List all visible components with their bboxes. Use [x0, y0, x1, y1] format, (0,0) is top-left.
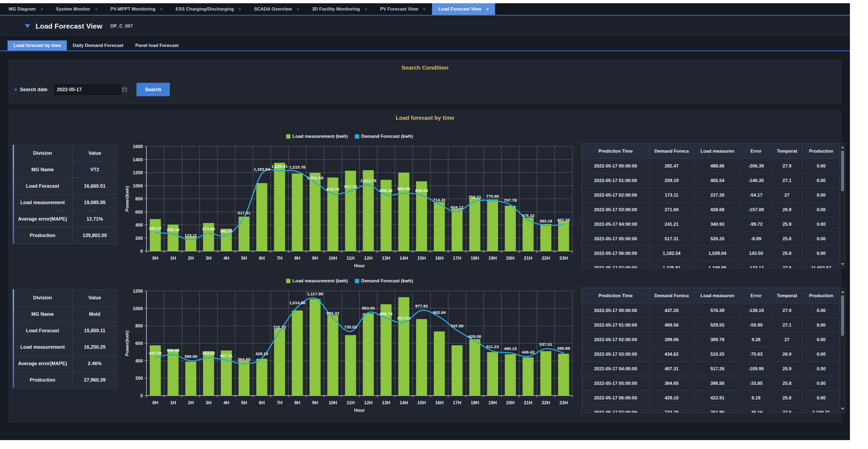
collapse-caret-icon[interactable]	[25, 24, 30, 28]
x-tick-label: 15H	[417, 400, 426, 405]
point-label: 407.02	[557, 218, 570, 222]
prediction-header-cell: Prediction Time	[582, 144, 649, 159]
table-cell: 227.28	[694, 188, 740, 203]
table-cell: 1,182.54	[649, 246, 694, 261]
point-label: 1,182.54	[254, 167, 270, 172]
legend-label: Load measurement (kwh)	[292, 278, 348, 284]
summary-header-cell: Division	[13, 145, 72, 161]
table-cell: 422.91	[694, 391, 740, 405]
table-cell: 27.1	[772, 173, 803, 188]
y-axis-title: Power(kwh)	[125, 330, 130, 356]
point-label: 469.56	[167, 348, 180, 353]
scroll-down-icon[interactable]	[841, 408, 844, 410]
vertical-scrollbar[interactable]	[840, 288, 845, 412]
search-button[interactable]: Search	[136, 83, 170, 96]
tab-close-icon[interactable]: ×	[40, 7, 43, 11]
table-cell: -206.39	[740, 159, 772, 173]
tab-3d-facility-monitoring[interactable]: 3D Facility Monitoring×	[306, 3, 373, 15]
bar	[345, 335, 356, 396]
tab-close-icon[interactable]: ×	[423, 7, 426, 11]
legend-swatch-icon	[355, 279, 359, 283]
tab-close-icon[interactable]: ×	[486, 7, 489, 11]
y-tick-label: 800	[135, 196, 143, 202]
bar	[274, 163, 285, 251]
prediction-table: Prediction TimeDemand ForecaLoad measure…	[582, 144, 840, 268]
search-date-value[interactable]	[57, 87, 122, 92]
scroll-thumb[interactable]	[841, 295, 844, 336]
table-cell: 27.1	[772, 318, 803, 332]
tab-close-icon[interactable]: ×	[297, 7, 299, 11]
x-tick-label: 17H	[453, 256, 461, 261]
x-tick-label: 8H	[294, 256, 300, 261]
bar	[558, 221, 569, 251]
tab-close-icon[interactable]: ×	[239, 7, 241, 11]
summary-header-row: DivisionValue	[13, 145, 117, 161]
vertical-scrollbar[interactable]	[840, 144, 845, 268]
tab-ess-charging-discharging[interactable]: ESS Charging/Discharging×	[169, 3, 248, 15]
page-header: Load Forecast View DP_C_007	[0, 16, 850, 37]
summary-cell: Load Foracast	[13, 178, 72, 194]
table-cell: -35.16	[740, 405, 772, 413]
x-axis-title: Hour	[354, 408, 365, 413]
tab-load-forecast-view[interactable]: Load Forecast View×	[432, 3, 495, 15]
tab-label: SCADA Overview	[254, 6, 292, 12]
tab-scada-overview[interactable]: SCADA Overview×	[248, 3, 306, 15]
scroll-up-icon[interactable]	[841, 146, 844, 148]
bar	[558, 354, 569, 396]
summary-row: Production27,960.39	[13, 372, 117, 388]
y-tick-label: 1000	[133, 183, 143, 188]
point-label: 399.06	[184, 354, 197, 359]
x-tick-label: 16H	[435, 256, 443, 261]
prediction-header-cell: Demand Foreca	[649, 288, 694, 303]
tab-close-icon[interactable]: ×	[365, 7, 367, 11]
table-cell: -8.89	[740, 232, 772, 246]
table-cell: 27	[772, 188, 803, 203]
subtab-load-forecast-by-time[interactable]: Load forecast by time	[7, 40, 67, 51]
y-tick-label: 600	[135, 210, 143, 215]
bar	[452, 209, 463, 251]
legend-label: Demand Forecast (kwh)	[361, 278, 413, 284]
subtab-panel-load-forecast[interactable]: Panel load Forecast	[129, 40, 185, 51]
point-label: 732.70	[273, 325, 286, 330]
chart-blocks-container: DivisionValueMG NameVT2Load Foracast16,6…	[9, 132, 841, 422]
calendar-icon[interactable]	[122, 87, 127, 92]
scroll-down-icon[interactable]	[841, 263, 844, 265]
summary-cell: Load measurement	[13, 194, 72, 211]
search-date-input[interactable]	[53, 83, 122, 96]
tab-mg-diagram[interactable]: MG Diagram×	[2, 3, 49, 15]
bar	[185, 362, 196, 396]
tab-system-monitor[interactable]: System Monitor×	[49, 3, 104, 15]
table-cell: 25.8	[772, 376, 803, 391]
application-window: MG Diagram×System Monitor×PV-MPPT Monito…	[0, 3, 850, 440]
table-cell: 25.9	[772, 217, 803, 232]
table-cell: 2022-05-17 07:00:00	[582, 261, 649, 269]
tab-close-icon[interactable]: ×	[95, 7, 97, 11]
point-label: 714.41	[433, 198, 446, 202]
scroll-up-icon[interactable]	[841, 291, 844, 293]
summary-cell: Production	[13, 227, 72, 244]
x-tick-label: 3H	[206, 256, 212, 261]
subtab-daily-demand-forecast[interactable]: Daily Demand Forecast	[67, 40, 129, 51]
tab-pv-mppt-monitoring[interactable]: PV-MPPT Monitoring×	[104, 3, 169, 15]
table-cell: -99.72	[740, 217, 772, 232]
tab-close-icon[interactable]: ×	[160, 7, 163, 11]
x-tick-label: 5H	[241, 256, 247, 261]
legend-item: Load measurement (kwh)	[286, 134, 348, 139]
scroll-thumb[interactable]	[841, 151, 844, 191]
prediction-header-cell: Temperat	[772, 144, 803, 159]
x-tick-label: 6H	[259, 400, 265, 405]
point-label: 707.78	[504, 198, 517, 203]
summary-cell: 12.71%	[72, 211, 117, 227]
table-cell: 2022-05-17 06:00:00	[582, 391, 649, 405]
x-tick-label: 21H	[524, 400, 532, 405]
table-row: 2022-05-17 00:00:00437.20576.39-139.1927…	[582, 303, 840, 318]
table-cell: 2,220.71	[803, 405, 840, 413]
bar	[452, 345, 463, 396]
summary-row: Load Foracast15,850.11	[13, 323, 117, 339]
tab-label: PV Forecast View	[380, 6, 418, 12]
summary-header-cell: Value	[72, 145, 117, 161]
legend-item: Demand Forecast (kwh)	[355, 134, 413, 139]
table-cell: 0.00	[803, 159, 840, 173]
tab-pv-forecast-view[interactable]: PV Forecast View×	[373, 3, 432, 15]
table-cell: 428.68	[694, 203, 740, 217]
